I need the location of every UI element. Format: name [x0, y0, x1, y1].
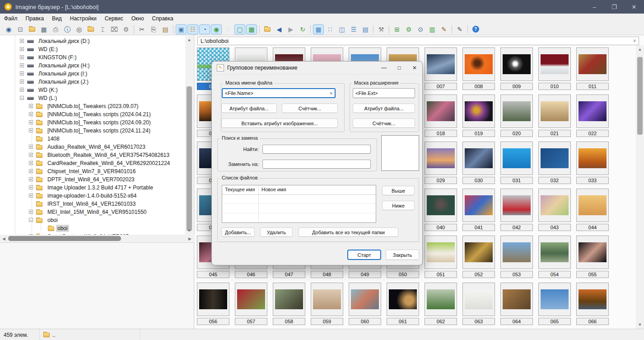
thumbnail-label[interactable]: 021 — [538, 130, 571, 137]
tree-item[interactable]: +image-uploader-1.4.0-build-5152-x64 — [0, 192, 185, 200]
view-list-button[interactable]: ☰ — [348, 24, 359, 34]
save-button[interactable]: ▦ — [38, 24, 49, 34]
tree-scroll-thumb[interactable] — [187, 86, 192, 231]
expand-icon[interactable]: + — [29, 194, 33, 198]
view-button[interactable]: ◉ — [3, 24, 14, 34]
replace-input[interactable] — [262, 160, 371, 169]
expand-icon[interactable]: + — [29, 120, 33, 124]
thumbnail-image[interactable] — [425, 189, 457, 222]
thumbnail-label[interactable]: 063 — [462, 318, 495, 325]
thumbnail-label[interactable]: 042 — [500, 224, 533, 231]
thumbnail-image[interactable] — [425, 94, 457, 128]
move-up-button[interactable]: Выше — [382, 186, 415, 195]
tree-item[interactable]: +Image Uploader 1.3.2 Build 4717 + Porta… — [0, 184, 185, 192]
copy-button[interactable]: ⎘ — [148, 24, 159, 34]
thumbnail-image[interactable] — [538, 236, 571, 269]
thumbnail-label[interactable]: 008 — [462, 83, 495, 90]
thumbnail-label[interactable]: 022 — [576, 130, 609, 137]
file-info-button[interactable]: ⓘ — [62, 24, 73, 34]
scroll-down-icon[interactable]: ▼ — [185, 228, 193, 233]
up-folder-button[interactable] — [262, 24, 273, 34]
thumbnail-image[interactable] — [387, 283, 419, 316]
thumbnail-image[interactable] — [500, 236, 533, 269]
thumbnail-label[interactable]: 040 — [425, 224, 457, 231]
chevron-down-icon[interactable]: ˅ — [633, 38, 636, 43]
file-properties-button[interactable]: ⚙ — [121, 24, 131, 34]
thumbnail-label[interactable]: 064 — [500, 318, 533, 325]
acquire-camera-button[interactable]: ◎ — [74, 24, 84, 34]
expand-icon[interactable]: + — [20, 39, 24, 43]
maximize-button[interactable]: ❐ — [604, 0, 624, 14]
video-edit-button[interactable]: ✎ — [439, 24, 449, 34]
thumbnail-label[interactable]: 051 — [425, 271, 457, 278]
thumbnail-image[interactable] — [538, 142, 571, 175]
thumbnail-label[interactable]: 057 — [235, 318, 267, 325]
toggle-image-pane-button[interactable]: ▢ — [234, 24, 245, 34]
tree-item[interactable]: +[NNMClub.to]_Tweaks scripts (2024.04.21… — [0, 110, 185, 118]
move-down-button[interactable]: Ниже — [382, 201, 415, 210]
file-list-table[interactable]: Текущее имя Новое имя — [222, 185, 376, 223]
batch-convert-button[interactable]: ⚙ — [403, 24, 414, 34]
close-button[interactable]: ✕ — [624, 0, 644, 14]
menu-help[interactable]: Справка — [148, 14, 177, 23]
expand-icon[interactable]: + — [20, 47, 24, 51]
help-button[interactable]: ? — [470, 24, 481, 34]
thumbnail-label[interactable]: 061 — [387, 318, 419, 325]
thumbnail-label[interactable]: 060 — [349, 318, 381, 325]
expand-icon[interactable]: + — [20, 55, 24, 59]
thumbnail-image[interactable] — [576, 142, 609, 175]
tree-item[interactable]: +WD (K:) — [0, 86, 185, 94]
thumbnail-label[interactable]: 065 — [538, 318, 571, 325]
name-mask-combobox[interactable]: <File.Name> ˅ — [222, 88, 336, 98]
thumbnail-image[interactable] — [576, 189, 609, 222]
thumbnail-image[interactable] — [462, 283, 495, 316]
tree-item[interactable]: 1408 — [0, 135, 185, 143]
thumbnail-image[interactable] — [462, 189, 495, 222]
tree-item[interactable]: +Локальный диск (H:) — [0, 61, 185, 70]
delete-button[interactable]: ⌧ — [109, 24, 120, 34]
refresh-button[interactable]: ↻ — [297, 24, 308, 34]
thumbnail-label[interactable]: 054 — [538, 271, 571, 278]
thumbnail-label[interactable]: 055 — [576, 271, 609, 278]
name-counter-button[interactable]: Счётчик... — [282, 104, 338, 113]
tree-vertical-scrollbar[interactable]: ▲ ▼ — [185, 36, 193, 235]
thumbnail-image[interactable] — [462, 47, 495, 81]
menu-view[interactable]: Вид — [48, 14, 66, 23]
scroll-left-icon[interactable]: ◀ — [2, 236, 5, 241]
tree-item[interactable]: +Chipset_Intel_Win7_8_VER9401016 — [0, 167, 185, 175]
thumbnail-image[interactable] — [538, 94, 571, 128]
thumbnail-label[interactable]: 048 — [311, 271, 343, 278]
tools-button[interactable]: ⚒ — [376, 24, 387, 34]
expand-icon[interactable]: + — [29, 177, 33, 181]
thumbnail-label[interactable]: 056 — [197, 318, 229, 325]
thumbnail-image[interactable] — [576, 283, 609, 316]
name-attr-button[interactable]: Атрибут файла... — [221, 104, 277, 113]
thumbnail-image[interactable] — [425, 283, 457, 316]
expand-icon[interactable]: + — [29, 169, 33, 173]
thumbnail-label[interactable]: 018 — [425, 130, 457, 137]
thumbnail-image[interactable] — [425, 142, 457, 175]
paste-button[interactable]: ▤ — [160, 24, 171, 34]
grid-vertical-scrollbar[interactable]: ▲ ▼ — [636, 45, 644, 329]
thumbnail-image[interactable] — [273, 283, 305, 316]
view-details-button[interactable]: ▤ — [360, 24, 371, 34]
print-button[interactable]: ⎙ — [50, 24, 61, 34]
parent-folder-cell[interactable]: .. — [40, 329, 140, 340]
view-thumbnails-button[interactable]: ▦ — [313, 24, 324, 34]
tree-horizontal-scrollbar[interactable]: ◀ ▶ — [0, 235, 194, 242]
toggle-browser-button[interactable]: ▣ — [176, 24, 187, 34]
add-button[interactable]: Добавить... — [221, 227, 255, 237]
toggle-folder-tree-button[interactable]: ☷ — [187, 24, 198, 34]
thumbnail-image[interactable] — [462, 142, 495, 175]
dialog-close-action-button[interactable]: Закрыть — [386, 250, 419, 260]
expand-icon[interactable]: + — [29, 145, 33, 149]
toggle-clock-button[interactable]: ◔ — [199, 24, 210, 34]
thumbnail-label[interactable]: 010 — [538, 83, 571, 90]
menu-file[interactable]: Файл — [0, 14, 22, 23]
thumbnail-label[interactable]: 019 — [462, 130, 495, 137]
column-new-name[interactable]: Новое имя — [261, 187, 286, 192]
expand-icon[interactable]: + — [20, 80, 24, 84]
tree-item[interactable]: +Локальный диск (I:) — [0, 70, 185, 78]
tree-item[interactable]: +Локальный диск (D:) — [0, 37, 185, 45]
filmstrip-button[interactable]: ▥ — [427, 24, 438, 34]
